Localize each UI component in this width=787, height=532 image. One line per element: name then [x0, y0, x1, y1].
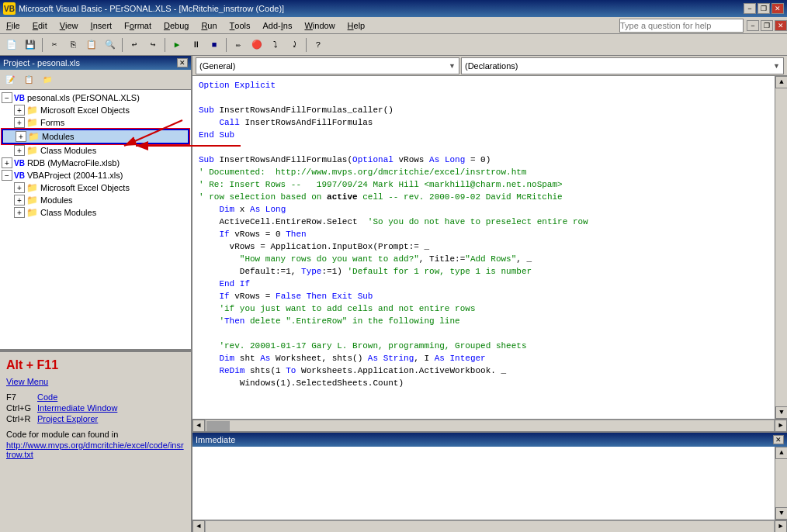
code-line-10: Dim x As Long — [199, 203, 768, 216]
toolbar-find[interactable]: 🔍 — [102, 36, 119, 54]
expand-forms[interactable]: + — [14, 117, 25, 128]
expand-excel-obj[interactable]: + — [14, 105, 25, 116]
expand-class[interactable]: + — [14, 145, 25, 156]
tree-class-modules[interactable]: + 📁 Class Modules — [2, 144, 189, 157]
proj-view-code[interactable]: 📝 — [2, 71, 19, 88]
restore-button[interactable]: ❐ — [758, 3, 770, 14]
code-editor[interactable]: Option Explicit Sub InsertRowsAndFillFor… — [192, 76, 775, 419]
menu-edit[interactable]: Edit — [26, 17, 54, 33]
immediate-close-btn[interactable]: ✕ — [773, 435, 784, 444]
tree-root-pesonal[interactable]: − VB pesonal.xls (PErSONAL.XLS) — [2, 92, 189, 104]
h-scroll-right-btn[interactable]: ► — [775, 420, 787, 432]
tree-vba2004[interactable]: − VB VBAProject (2004-11.xls) — [2, 169, 189, 181]
close-button[interactable]: ✕ — [771, 3, 784, 14]
help-input[interactable] — [619, 19, 744, 33]
v-scroll-track[interactable] — [775, 88, 787, 406]
tree-modules[interactable]: + 📁 Modules — [2, 129, 189, 144]
scroll-down-btn[interactable]: ▼ — [775, 406, 787, 419]
key-ctrlr: Ctrl+R — [6, 414, 37, 423]
menu-debug[interactable]: Debug — [158, 17, 195, 33]
toolbar-design[interactable]: ✏ — [230, 36, 247, 54]
help-close[interactable]: ✕ — [775, 20, 787, 31]
imm-scroll-down[interactable]: ▼ — [775, 507, 787, 520]
project-tree[interactable]: − VB pesonal.xls (PErSONAL.XLS) + 📁 Micr… — [0, 90, 191, 349]
toolbar-copy[interactable]: ⎘ — [64, 36, 81, 54]
tree-rdb[interactable]: + VB RDB (MyMacroFile.xlsb) — [2, 157, 189, 169]
desc-ctrlg[interactable]: Intermediate Window — [37, 403, 117, 413]
toolbar-stepover[interactable]: ⤸ — [286, 36, 303, 54]
code-link[interactable]: http://www.mvps.org/dmcritchie/excel/cod… — [6, 440, 184, 459]
menu-file[interactable]: File — [0, 17, 26, 33]
toolbar-new[interactable]: 📄 — [3, 36, 20, 54]
tree-2004-excel[interactable]: + 📁 Microsoft Excel Objects — [2, 181, 189, 194]
proj-toggle-folder[interactable]: 📁 — [39, 71, 56, 88]
expand-pesonal[interactable]: − — [2, 92, 12, 103]
toolbar-breakpoint[interactable]: 🔴 — [248, 36, 265, 54]
v-scrollbar[interactable]: ▲ ▼ — [775, 76, 787, 419]
expand-rdb[interactable]: + — [2, 157, 12, 168]
expand-2004-class[interactable]: + — [14, 207, 25, 218]
code-line-22: Dim sht As Worksheet, shts() As String, … — [199, 352, 768, 364]
menu-insert[interactable]: Insert — [85, 17, 119, 33]
toolbar-redo[interactable]: ↪ — [144, 36, 161, 54]
imm-h-right[interactable]: ► — [775, 520, 787, 533]
tree-label-2004-excel: Microsoft Excel Objects — [40, 183, 130, 192]
declarations-dropdown[interactable]: (Declarations) ▼ — [461, 57, 784, 74]
menu-view[interactable]: View — [54, 17, 85, 33]
shortcut-ctrlr: Ctrl+R Project Explorer — [6, 414, 185, 423]
immediate-title: Immediate — [196, 435, 235, 444]
main-layout: Project - pesonal.xls ✕ 📝 📋 📁 − VB peson… — [0, 56, 787, 532]
imm-h-left[interactable]: ◄ — [192, 520, 205, 533]
menu-help[interactable]: Help — [341, 17, 372, 33]
minimize-button[interactable]: − — [744, 3, 756, 14]
tree-2004-modules[interactable]: + 📁 Modules — [2, 194, 189, 206]
code-area: Option Explicit Sub InsertRowsAndFillFor… — [192, 76, 787, 419]
expand-2004-modules[interactable]: + — [14, 195, 25, 206]
imm-scroll-up[interactable]: ▲ — [775, 447, 787, 459]
menu-addins[interactable]: Add-Ins — [257, 17, 299, 33]
menu-format[interactable]: Format — [118, 17, 158, 33]
toolbar-undo[interactable]: ↩ — [126, 36, 143, 54]
toolbar-help2[interactable]: ? — [310, 36, 327, 54]
desc-ctrlr[interactable]: Project Explorer — [37, 414, 98, 423]
proj-view-form[interactable]: 📋 — [20, 71, 37, 88]
left-panel: Project - pesonal.xls ✕ 📝 📋 📁 − VB peson… — [0, 56, 192, 532]
expand-modules[interactable]: + — [16, 131, 26, 142]
menu-tools[interactable]: Tools — [224, 17, 257, 33]
code-line-3: Call InsertRowsAndFillFormulas — [199, 116, 768, 129]
toolbar-paste[interactable]: 📋 — [83, 36, 100, 54]
general-dropdown[interactable]: (General) ▼ — [196, 57, 459, 74]
toolbar-stop[interactable]: ■ — [206, 36, 223, 54]
expand-vba2004[interactable]: − — [2, 170, 12, 181]
folder-icon-2004-class: 📁 — [26, 207, 38, 218]
help-restore[interactable]: ❐ — [761, 20, 773, 31]
declarations-dropdown-label: (Declarations) — [465, 61, 518, 71]
h-scroll-track[interactable] — [205, 420, 775, 432]
view-menu-link[interactable]: View Menu — [6, 377, 185, 386]
tree-forms[interactable]: + 📁 Forms — [2, 116, 189, 129]
toolbar-stepinto[interactable]: ⤵ — [267, 36, 284, 54]
imm-h-track[interactable] — [205, 520, 775, 533]
h-scroll-left-btn[interactable]: ◄ — [192, 420, 205, 432]
right-panel: (General) ▼ (Declarations) ▼ Option Expl… — [192, 56, 787, 532]
tree-excel-objects[interactable]: + 📁 Microsoft Excel Objects — [2, 104, 189, 116]
help-minimize[interactable]: − — [747, 20, 759, 31]
toolbar-cut[interactable]: ✂ — [46, 36, 63, 54]
tree-2004-class[interactable]: + 📁 Class Modules — [2, 206, 189, 219]
imm-scroll-track[interactable] — [775, 459, 787, 507]
immediate-content[interactable] — [192, 447, 775, 520]
project-close-btn[interactable]: ✕ — [177, 58, 188, 67]
code-line-11: ActiveCell.EntireRow.Select 'So you do n… — [199, 216, 768, 228]
menu-run[interactable]: Run — [195, 17, 223, 33]
expand-2004-excel[interactable]: + — [14, 182, 25, 193]
toolbar-save[interactable]: 💾 — [22, 36, 39, 54]
desc-f7[interactable]: Code — [37, 392, 57, 402]
menu-window[interactable]: Window — [298, 17, 341, 33]
app-icon: VB — [3, 2, 16, 15]
toolbar-run[interactable]: ▶ — [168, 36, 185, 54]
window-controls: − ❐ ✕ — [744, 3, 784, 14]
immediate-h-scrollbar: ◄ ► — [192, 520, 787, 532]
immediate-v-scrollbar[interactable]: ▲ ▼ — [775, 447, 787, 520]
scroll-up-btn[interactable]: ▲ — [775, 76, 787, 88]
toolbar-pause[interactable]: ⏸ — [187, 36, 204, 54]
